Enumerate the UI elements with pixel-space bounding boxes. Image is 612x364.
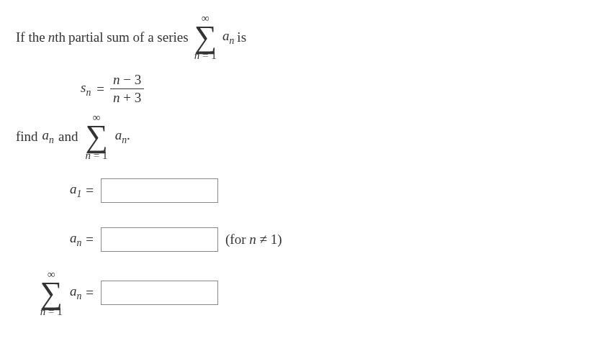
sigma-icon: ∑ xyxy=(40,280,63,306)
sigma-icon: ∑ xyxy=(194,24,217,50)
sum-input[interactable] xyxy=(101,281,218,305)
var-n: n xyxy=(48,29,55,45)
label-sum: ∞ ∑ n = 1 an = xyxy=(16,269,94,317)
answer-row-sum: ∞ ∑ n = 1 an = xyxy=(16,269,596,317)
condition-text: (for n ≠ 1) xyxy=(225,232,282,247)
sigma-notation: ∞ ∑ n = 1 xyxy=(85,112,107,160)
an-input[interactable] xyxy=(101,227,218,252)
answer-row-a1: a1 = xyxy=(45,171,596,210)
equals: = xyxy=(96,81,104,97)
answer-row-an: an = (for n ≠ 1) xyxy=(45,220,596,259)
a-sub-n: an xyxy=(42,127,54,146)
text: is xyxy=(237,29,246,45)
a1-input[interactable] xyxy=(101,178,218,203)
text: find xyxy=(16,129,38,145)
label-a1: a1 = xyxy=(45,181,94,200)
sigma-icon: ∑ xyxy=(85,123,107,150)
text: If the xyxy=(16,29,45,45)
prompt-line-1: If the nth partial sum of a series ∞ ∑ n… xyxy=(16,13,596,61)
sigma-lower: n = 1 xyxy=(194,50,217,61)
partial-sum-formula: sn = n − 3 n + 3 xyxy=(81,73,596,105)
series-term: an. xyxy=(115,127,130,146)
s-sub-n: sn xyxy=(81,80,91,99)
sigma-notation: ∞ ∑ n = 1 xyxy=(194,13,217,61)
sigma-notation: ∞ ∑ n = 1 xyxy=(40,269,63,317)
text: th xyxy=(55,29,66,45)
text: partial sum of a series xyxy=(68,29,189,45)
series-term: an xyxy=(222,28,234,47)
sigma-lower: n = 1 xyxy=(86,150,108,161)
find-instruction: find an and ∞ ∑ n = 1 an. xyxy=(16,112,596,160)
fraction: n − 3 n + 3 xyxy=(110,73,144,105)
text: and xyxy=(58,129,78,145)
label-an: an = xyxy=(45,230,94,249)
